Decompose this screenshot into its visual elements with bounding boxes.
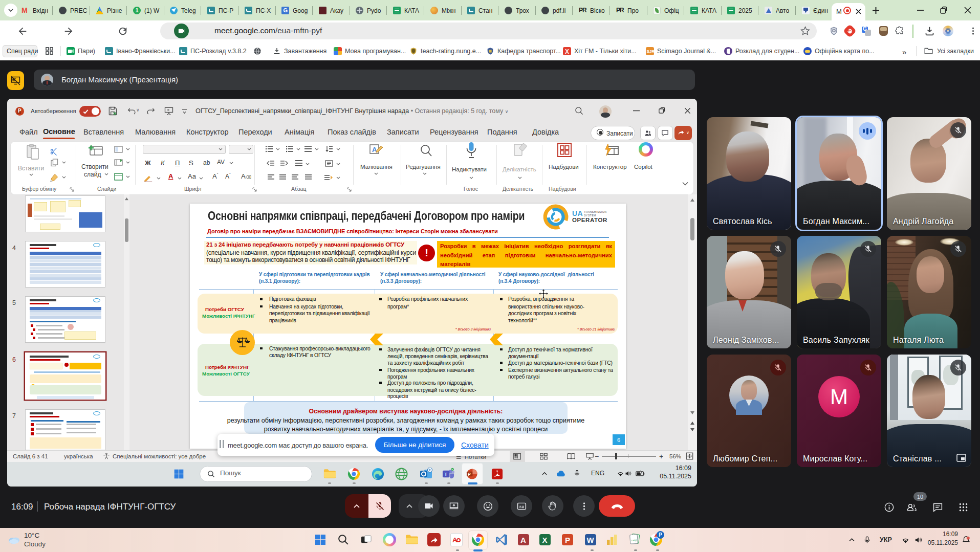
svg-text:T: T <box>444 471 447 477</box>
svg-text:X: X <box>542 536 548 544</box>
svg-text:P: P <box>565 536 570 544</box>
svg-text:A: A <box>520 536 526 544</box>
svg-text:W: W <box>587 536 595 544</box>
svg-text:P: P <box>468 472 471 477</box>
svg-text:сніід: сніід <box>631 538 637 542</box>
